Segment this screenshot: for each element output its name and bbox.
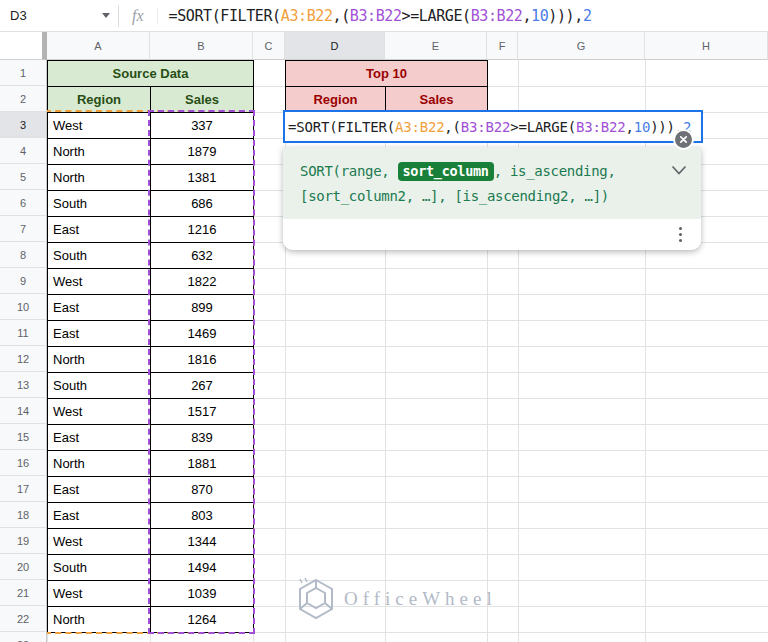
cell-B12[interactable]: 1816 — [150, 346, 254, 373]
row-header-14[interactable]: 14 — [0, 398, 47, 424]
close-icon — [679, 135, 688, 144]
row-header-11[interactable]: 11 — [0, 320, 47, 346]
cell-B9[interactable]: 1822 — [150, 268, 254, 295]
formula-token: 10 — [634, 119, 650, 135]
formula-token: A3:B22 — [395, 119, 444, 135]
cell-B14[interactable]: 1517 — [150, 398, 254, 425]
cell-B3[interactable]: 337 — [150, 112, 254, 139]
row-header-9[interactable]: 9 — [0, 268, 47, 294]
formula-token: , — [625, 119, 633, 135]
column-header-B[interactable]: B — [150, 32, 253, 60]
formula-token: =SORT(FILTER( — [169, 7, 281, 25]
formula-token: >=LARGE( — [510, 119, 576, 135]
cell-A20[interactable]: South — [47, 554, 151, 581]
row-header-10[interactable]: 10 — [0, 294, 47, 320]
cell-A21[interactable]: West — [47, 580, 151, 607]
cell-e2-header[interactable]: Sales — [385, 86, 488, 113]
row-header-23[interactable]: 23 — [0, 632, 47, 642]
cell-B7[interactable]: 1216 — [150, 216, 254, 243]
cell-B22[interactable]: 1264 — [150, 606, 254, 633]
cell-A16[interactable]: North — [47, 450, 151, 477]
cell-B21[interactable]: 1039 — [150, 580, 254, 607]
name-box-dropdown-icon[interactable] — [102, 13, 110, 18]
cell-A8[interactable]: South — [47, 242, 151, 269]
column-header-H[interactable]: H — [645, 32, 768, 60]
row-header-4[interactable]: 4 — [0, 138, 47, 164]
row-header-20[interactable]: 20 — [0, 554, 47, 580]
cell-B13[interactable]: 267 — [150, 372, 254, 399]
cell-A14[interactable]: West — [47, 398, 151, 425]
cell-B16[interactable]: 1881 — [150, 450, 254, 477]
cell-B11[interactable]: 1469 — [150, 320, 254, 347]
formula-token: B3:B22 — [350, 7, 402, 25]
row-header-17[interactable]: 17 — [0, 476, 47, 502]
column-header-G[interactable]: G — [518, 32, 645, 60]
formula-token: 10 — [531, 7, 548, 25]
cell-A7[interactable]: East — [47, 216, 151, 243]
cell-B19[interactable]: 1344 — [150, 528, 254, 555]
row-header-16[interactable]: 16 — [0, 450, 47, 476]
sheets-app: D3 fx =SORT(FILTER(A3:B22,(B3:B22>=LARGE… — [0, 0, 768, 642]
cell-A12[interactable]: North — [47, 346, 151, 373]
name-box[interactable]: D3 — [0, 8, 118, 23]
column-header-A[interactable]: A — [47, 32, 150, 60]
row-header-2[interactable]: 2 — [0, 86, 47, 112]
tooltip-footer — [283, 219, 701, 250]
cell-A5[interactable]: North — [47, 164, 151, 191]
cell-d1-title[interactable]: Top 10 — [285, 60, 488, 87]
formula-bar-input[interactable]: =SORT(FILTER(A3:B22,(B3:B22>=LARGE(B3:B2… — [169, 7, 592, 25]
column-header-E[interactable]: E — [385, 32, 487, 60]
row-header-22[interactable]: 22 — [0, 606, 47, 632]
cell-A17[interactable]: East — [47, 476, 151, 503]
cell-A19[interactable]: West — [47, 528, 151, 555]
cell-A22[interactable]: North — [47, 606, 151, 633]
row-header-6[interactable]: 6 — [0, 190, 47, 216]
row-header-3[interactable]: 3 — [0, 112, 47, 138]
column-header-C[interactable]: C — [253, 32, 285, 60]
row-header-8[interactable]: 8 — [0, 242, 47, 268]
cell-a2-header[interactable]: Region — [47, 86, 151, 113]
cell-a1-title[interactable]: Source Data — [47, 60, 254, 87]
row-header-1[interactable]: 1 — [0, 60, 47, 86]
formula-help-popup: SORT(range, sort_column, is_ascending, [… — [283, 147, 701, 250]
cell-b2-header[interactable]: Sales — [150, 86, 254, 113]
row-header-13[interactable]: 13 — [0, 372, 47, 398]
cell-d2-header[interactable]: Region — [285, 86, 386, 113]
officewheel-watermark: OfficeWheel — [297, 578, 497, 620]
function-signature-panel: SORT(range, sort_column, is_ascending, [… — [283, 147, 701, 219]
cell-B6[interactable]: 686 — [150, 190, 254, 217]
row-header-19[interactable]: 19 — [0, 528, 47, 554]
cell-B18[interactable]: 803 — [150, 502, 254, 529]
row-header-12[interactable]: 12 — [0, 346, 47, 372]
cell-A4[interactable]: North — [47, 138, 151, 165]
cell-A11[interactable]: East — [47, 320, 151, 347]
cell-A10[interactable]: East — [47, 294, 151, 321]
cell-editor-d3[interactable]: =SORT(FILTER(A3:B22,(B3:B22>=LARGE(B3:B2… — [283, 110, 703, 143]
column-header-F[interactable]: F — [487, 32, 518, 60]
cell-B4[interactable]: 1879 — [150, 138, 254, 165]
row-header-7[interactable]: 7 — [0, 216, 47, 242]
formula-token: B3:B22 — [471, 7, 523, 25]
column-header-D[interactable]: D — [285, 32, 385, 60]
cell-A9[interactable]: West — [47, 268, 151, 295]
cell-B5[interactable]: 1381 — [150, 164, 254, 191]
cell-B17[interactable]: 870 — [150, 476, 254, 503]
select-all-corner[interactable] — [0, 32, 47, 60]
chevron-down-icon[interactable] — [672, 166, 686, 175]
close-editor-button[interactable] — [673, 129, 694, 150]
cell-A18[interactable]: East — [47, 502, 151, 529]
cell-B20[interactable]: 1494 — [150, 554, 254, 581]
row-header-5[interactable]: 5 — [0, 164, 47, 190]
row-header-21[interactable]: 21 — [0, 580, 47, 606]
row-header-15[interactable]: 15 — [0, 424, 47, 450]
cell-A6[interactable]: South — [47, 190, 151, 217]
cell-B15[interactable]: 839 — [150, 424, 254, 451]
cell-B8[interactable]: 632 — [150, 242, 254, 269]
formula-token: B3:B22 — [576, 119, 625, 135]
row-header-18[interactable]: 18 — [0, 502, 47, 528]
cell-A3[interactable]: West — [47, 112, 151, 139]
more-options-icon[interactable] — [679, 227, 682, 242]
cell-A15[interactable]: East — [47, 424, 151, 451]
cell-A13[interactable]: South — [47, 372, 151, 399]
cell-B10[interactable]: 899 — [150, 294, 254, 321]
